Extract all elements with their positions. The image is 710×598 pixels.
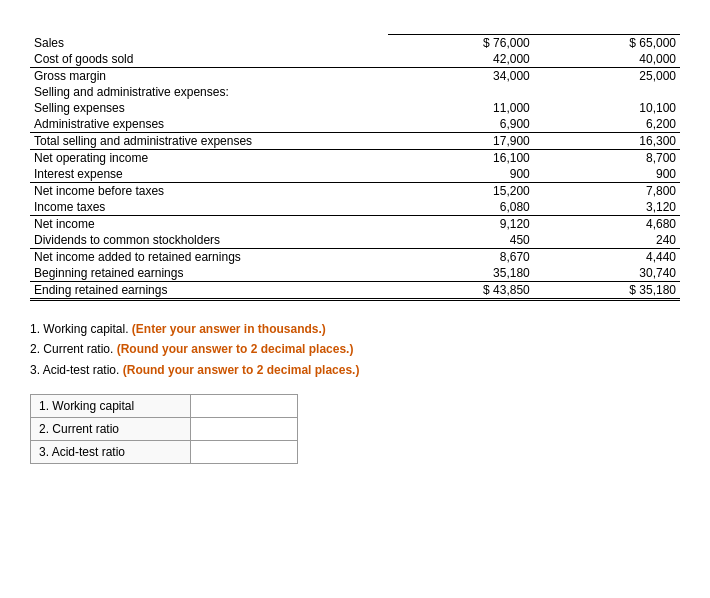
row-label: Beginning retained earnings	[30, 265, 388, 282]
row-last-year: 7,800	[534, 183, 680, 200]
table-row: Total selling and administrative expense…	[30, 133, 680, 150]
row-last-year: 900	[534, 166, 680, 183]
row-last-year: 3,120	[534, 199, 680, 216]
table-row: Net income9,1204,680	[30, 216, 680, 233]
question-number: 2. Current ratio.	[30, 342, 117, 356]
row-label: Selling expenses	[30, 100, 388, 116]
table-row: Net income added to retained earnings8,6…	[30, 249, 680, 266]
row-last-year: 10,100	[534, 100, 680, 116]
table-row: Sales$ 76,000$ 65,000	[30, 35, 680, 52]
row-this-year: $ 76,000	[388, 35, 534, 52]
row-label: Net income added to retained earnings	[30, 249, 388, 266]
table-row: Selling and administrative expenses:	[30, 84, 680, 100]
row-last-year	[534, 84, 680, 100]
row-this-year: 8,670	[388, 249, 534, 266]
row-label: Sales	[30, 35, 388, 52]
row-this-year: 16,100	[388, 150, 534, 167]
row-this-year: $ 43,850	[388, 282, 534, 300]
row-label: Selling and administrative expenses:	[30, 84, 388, 100]
row-last-year: 240	[534, 232, 680, 249]
answer-row: 1. Working capital	[31, 395, 298, 418]
row-last-year: 4,440	[534, 249, 680, 266]
row-last-year: 4,680	[534, 216, 680, 233]
row-label: Administrative expenses	[30, 116, 388, 133]
row-this-year: 42,000	[388, 51, 534, 68]
answer-input[interactable]	[199, 422, 289, 436]
answer-label: 3. Acid-test ratio	[31, 441, 191, 464]
question-item: 2. Current ratio. (Round your answer to …	[30, 339, 680, 359]
table-row: Ending retained earnings$ 43,850$ 35,180	[30, 282, 680, 300]
question-note: (Enter your answer in thousands.)	[132, 322, 326, 336]
answer-input[interactable]	[199, 445, 289, 459]
questions-section: 1. Working capital. (Enter your answer i…	[30, 319, 680, 380]
answer-input-cell[interactable]	[191, 418, 298, 441]
row-last-year: 30,740	[534, 265, 680, 282]
table-row: Net operating income16,1008,700	[30, 150, 680, 167]
table-row: Beginning retained earnings35,18030,740	[30, 265, 680, 282]
row-this-year: 450	[388, 232, 534, 249]
answer-row: 2. Current ratio	[31, 418, 298, 441]
row-this-year: 35,180	[388, 265, 534, 282]
row-last-year: $ 35,180	[534, 282, 680, 300]
row-this-year: 6,900	[388, 116, 534, 133]
row-label: Net income before taxes	[30, 183, 388, 200]
question-number: 3. Acid-test ratio.	[30, 363, 123, 377]
row-this-year: 9,120	[388, 216, 534, 233]
row-last-year: 40,000	[534, 51, 680, 68]
table-row: Net income before taxes15,2007,800	[30, 183, 680, 200]
question-item: 3. Acid-test ratio. (Round your answer t…	[30, 360, 680, 380]
row-label: Ending retained earnings	[30, 282, 388, 300]
row-label: Net income	[30, 216, 388, 233]
row-label: Cost of goods sold	[30, 51, 388, 68]
question-note: (Round your answer to 2 decimal places.)	[123, 363, 360, 377]
row-label: Dividends to common stockholders	[30, 232, 388, 249]
answer-label: 1. Working capital	[31, 395, 191, 418]
table-row: Selling expenses11,00010,100	[30, 100, 680, 116]
row-this-year: 15,200	[388, 183, 534, 200]
row-last-year: $ 65,000	[534, 35, 680, 52]
row-this-year: 34,000	[388, 68, 534, 85]
row-this-year: 11,000	[388, 100, 534, 116]
table-row: Income taxes6,0803,120	[30, 199, 680, 216]
table-row: Cost of goods sold42,00040,000	[30, 51, 680, 68]
table-row: Administrative expenses6,9006,200	[30, 116, 680, 133]
row-label: Net operating income	[30, 150, 388, 167]
row-this-year: 900	[388, 166, 534, 183]
row-label: Interest expense	[30, 166, 388, 183]
row-last-year: 25,000	[534, 68, 680, 85]
answer-table: 1. Working capital2. Current ratio3. Aci…	[30, 394, 298, 464]
table-row: Interest expense900900	[30, 166, 680, 183]
row-last-year: 6,200	[534, 116, 680, 133]
answer-input-cell[interactable]	[191, 395, 298, 418]
answer-input-cell[interactable]	[191, 441, 298, 464]
question-item: 1. Working capital. (Enter your answer i…	[30, 319, 680, 339]
table-row: Dividends to common stockholders450240	[30, 232, 680, 249]
income-statement-table: Sales$ 76,000$ 65,000Cost of goods sold4…	[30, 32, 680, 301]
question-note: (Round your answer to 2 decimal places.)	[117, 342, 354, 356]
row-label: Gross margin	[30, 68, 388, 85]
row-this-year: 6,080	[388, 199, 534, 216]
table-row: Gross margin34,00025,000	[30, 68, 680, 85]
answer-label: 2. Current ratio	[31, 418, 191, 441]
question-number: 1. Working capital.	[30, 322, 132, 336]
row-label: Income taxes	[30, 199, 388, 216]
answer-input[interactable]	[199, 399, 289, 413]
row-last-year: 8,700	[534, 150, 680, 167]
answer-row: 3. Acid-test ratio	[31, 441, 298, 464]
row-this-year	[388, 84, 534, 100]
row-label: Total selling and administrative expense…	[30, 133, 388, 150]
row-last-year: 16,300	[534, 133, 680, 150]
row-this-year: 17,900	[388, 133, 534, 150]
